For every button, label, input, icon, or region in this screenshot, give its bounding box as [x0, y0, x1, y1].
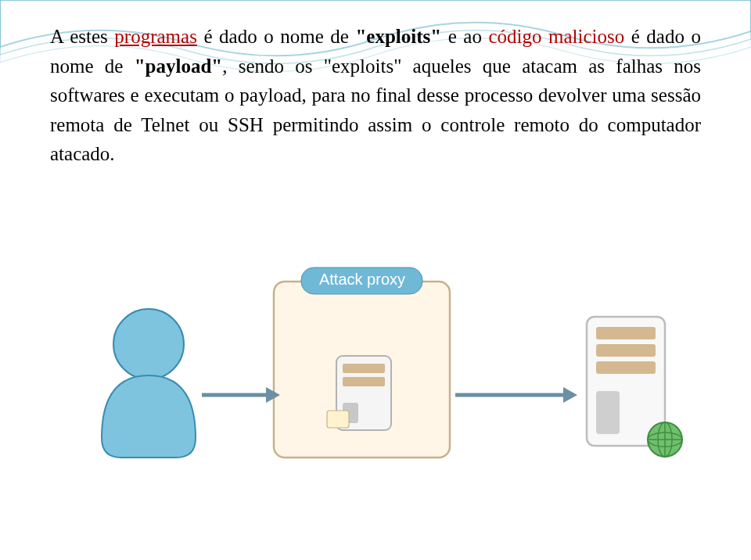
- svg-rect-15: [596, 361, 656, 374]
- svg-rect-16: [596, 391, 620, 434]
- proxy-server-icon: [327, 356, 391, 430]
- main-paragraph: A estes programas é dado o nome de "expl…: [50, 22, 701, 169]
- text-c: é dado o nome de: [197, 26, 356, 47]
- text-a: A estes: [50, 26, 114, 47]
- svg-rect-5: [343, 377, 385, 386]
- attack-diagram: Attack proxy: [0, 235, 751, 532]
- svg-rect-4: [343, 364, 385, 373]
- text-e: e ao: [441, 26, 488, 47]
- svg-rect-14: [596, 344, 656, 357]
- attack-proxy-box: Attack proxy: [274, 267, 450, 458]
- target-server-icon: [587, 317, 682, 457]
- globe-icon: [648, 422, 682, 457]
- arrow-user-to-proxy-icon: [202, 387, 280, 403]
- proxy-label: Attack proxy: [319, 271, 405, 288]
- svg-rect-13: [596, 327, 656, 339]
- svg-marker-11: [563, 387, 577, 403]
- text-codigo-malicioso: código malicioso: [488, 26, 624, 47]
- attacker-user-icon: [102, 309, 196, 458]
- text-payload: "payload": [135, 56, 223, 77]
- text-exploits: "exploits": [355, 26, 441, 47]
- svg-point-0: [113, 309, 184, 379]
- text-programas: programas: [114, 26, 197, 47]
- slide-content: A estes programas é dado o nome de "expl…: [0, 0, 751, 169]
- svg-rect-7: [327, 411, 349, 428]
- arrow-proxy-to-target-icon: [455, 387, 577, 403]
